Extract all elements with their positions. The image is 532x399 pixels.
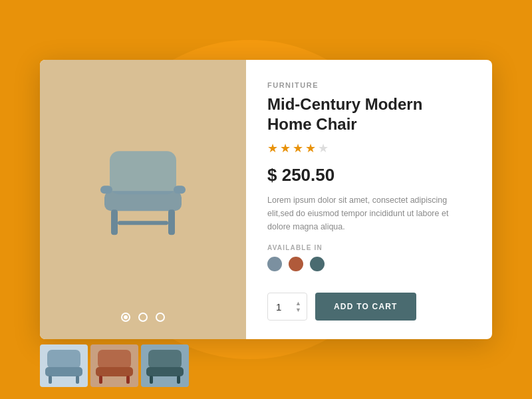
product-details-panel: FURNITURE Mid-Century Modern Home Chair …: [246, 60, 492, 339]
color-options: [267, 257, 471, 271]
quantity-arrows: ▲ ▼: [294, 301, 303, 313]
add-to-cart-button[interactable]: ADD TO CART: [315, 293, 416, 321]
svg-rect-3: [168, 209, 175, 235]
star-4: ★: [305, 141, 316, 156]
product-title: Mid-Century Modern Home Chair: [267, 94, 471, 134]
carousel-dot-2[interactable]: [138, 313, 148, 322]
svg-rect-8: [45, 367, 82, 376]
quantity-down-arrow[interactable]: ▼: [294, 307, 303, 313]
svg-rect-0: [110, 151, 176, 194]
product-image-panel: [40, 60, 246, 339]
svg-rect-1: [104, 191, 182, 211]
svg-rect-15: [148, 350, 182, 368]
star-5: ★: [318, 141, 329, 156]
star-2: ★: [280, 141, 291, 156]
product-rating: ★ ★ ★ ★ ★: [267, 141, 471, 156]
carousel-dot-3[interactable]: [156, 313, 165, 322]
add-to-cart-row: 1 ▲ ▼ ADD TO CART: [267, 293, 471, 321]
svg-rect-16: [146, 367, 184, 376]
product-price: $ 250.50: [267, 165, 471, 186]
product-card: FURNITURE Mid-Century Modern Home Chair …: [40, 60, 492, 339]
svg-rect-6: [174, 186, 186, 194]
main-product-image: [90, 138, 196, 244]
svg-rect-18: [177, 376, 180, 384]
color-swatch-blue[interactable]: [267, 257, 282, 271]
quantity-input[interactable]: 1 ▲ ▼: [267, 293, 307, 321]
thumbnail-list: [40, 344, 189, 387]
svg-rect-14: [126, 376, 130, 384]
star-1: ★: [267, 141, 278, 156]
svg-rect-5: [100, 186, 112, 194]
color-swatch-brown[interactable]: [289, 257, 303, 271]
svg-rect-2: [111, 209, 118, 235]
star-3: ★: [293, 141, 303, 156]
thumbnail-3[interactable]: [141, 344, 189, 387]
svg-rect-11: [98, 350, 131, 368]
svg-rect-7: [47, 350, 80, 368]
svg-rect-4: [118, 221, 168, 225]
quantity-value: 1: [276, 301, 281, 313]
thumbnail-2[interactable]: [90, 344, 138, 387]
carousel-dot-1[interactable]: [121, 313, 130, 322]
svg-rect-17: [150, 376, 153, 384]
available-in-label: AVAILABLE IN: [267, 244, 471, 251]
quantity-up-arrow[interactable]: ▲: [294, 301, 303, 307]
color-swatch-teal[interactable]: [310, 257, 325, 271]
svg-rect-9: [49, 376, 52, 384]
product-category: FURNITURE: [267, 81, 471, 89]
svg-rect-13: [99, 376, 102, 384]
svg-rect-10: [76, 376, 79, 384]
carousel-dots: [121, 313, 165, 322]
product-description: Lorem ipsum dolor sit amet, consectet ad…: [267, 194, 471, 233]
svg-rect-12: [96, 367, 133, 376]
thumbnail-1[interactable]: [40, 344, 88, 387]
